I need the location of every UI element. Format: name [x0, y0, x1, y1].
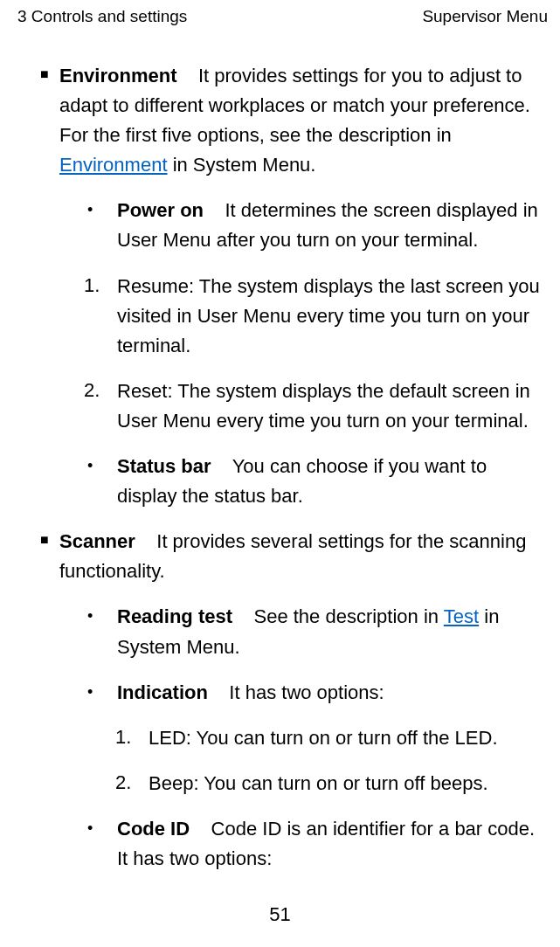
beep-text: Beep: You can turn on or turn off beeps. [145, 769, 550, 798]
status-bar-title: Status bar [117, 455, 211, 477]
section-scanner: ■ Scanner It provides several settings f… [16, 527, 550, 586]
dot-bullet-icon: • [16, 196, 110, 255]
scanner-title: Scanner [59, 530, 135, 552]
reset-text: Reset: The system displays the default s… [110, 377, 550, 436]
item-power-on: • Power on It determines the screen disp… [16, 196, 550, 255]
square-bullet-icon: ■ [16, 61, 59, 180]
environment-link[interactable]: Environment [59, 154, 168, 176]
item-code-id: • Code ID Code ID is an identifier for a… [16, 814, 550, 874]
number-2: 2. [16, 769, 145, 798]
item-beep: 2. Beep: You can turn on or turn off bee… [16, 769, 550, 798]
page: 3 Controls and settings Supervisor Menu … [0, 0, 560, 947]
led-text: LED: You can turn on or turn off the LED… [145, 723, 550, 753]
code-id-title: Code ID [117, 818, 190, 840]
scanner-text: Scanner It provides several settings for… [59, 527, 550, 586]
section-environment: ■ Environment It provides settings for y… [16, 61, 550, 180]
reading-test-before: See the description in [253, 605, 443, 627]
item-status-bar: • Status bar You can choose if you want … [16, 452, 550, 511]
resume-text: Resume: The system displays the last scr… [110, 272, 550, 361]
environment-text: Environment It provides settings for you… [59, 61, 550, 180]
power-on-text: Power on It determines the screen displa… [110, 196, 550, 255]
page-content: ■ Environment It provides settings for y… [16, 61, 550, 874]
environment-desc-after: in System Menu. [168, 154, 316, 176]
dot-bullet-icon: • [16, 602, 110, 661]
number-1: 1. [16, 272, 110, 361]
square-bullet-icon: ■ [16, 527, 59, 586]
reading-test-text: Reading test See the description in Test… [110, 602, 550, 661]
number-1: 1. [16, 723, 145, 753]
item-indication: • Indication It has two options: [16, 678, 550, 708]
header-left: 3 Controls and settings [17, 7, 187, 26]
number-2: 2. [16, 377, 110, 436]
page-header: 3 Controls and settings Supervisor Menu [16, 7, 550, 26]
reading-test-link[interactable]: Test [444, 605, 479, 627]
code-id-text: Code ID Code ID is an identifier for a b… [110, 814, 550, 874]
page-number: 51 [0, 903, 560, 926]
indication-text: Indication It has two options: [110, 678, 550, 708]
environment-title: Environment [59, 65, 176, 86]
dot-bullet-icon: • [16, 678, 110, 708]
item-led: 1. LED: You can turn on or turn off the … [16, 723, 550, 753]
item-resume: 1. Resume: The system displays the last … [16, 272, 550, 361]
indication-title: Indication [117, 681, 208, 703]
item-reading-test: • Reading test See the description in Te… [16, 602, 550, 661]
status-bar-text: Status bar You can choose if you want to… [110, 452, 550, 511]
indication-desc: It has two options: [229, 681, 384, 703]
reading-test-title: Reading test [117, 605, 232, 627]
dot-bullet-icon: • [16, 452, 110, 511]
power-on-title: Power on [117, 199, 204, 221]
header-right: Supervisor Menu [422, 7, 548, 26]
item-reset: 2. Reset: The system displays the defaul… [16, 377, 550, 436]
dot-bullet-icon: • [16, 814, 110, 874]
